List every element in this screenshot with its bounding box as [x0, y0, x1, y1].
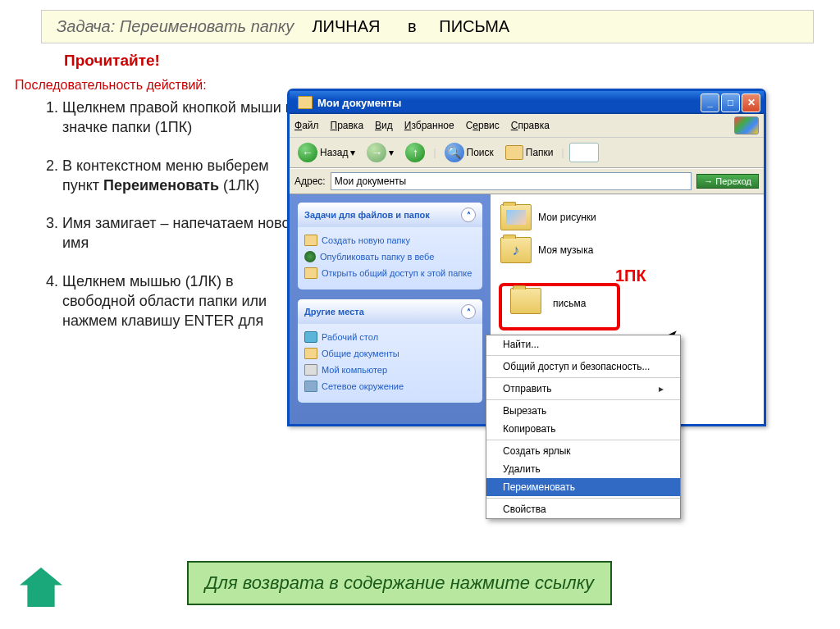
step-4: Щелкнем мышью (1ЛК) в свободной области …: [62, 271, 304, 331]
task-publish[interactable]: Опубликовать папку в вебе: [304, 248, 476, 265]
folder-selected[interactable]: [510, 288, 541, 314]
folder-my-music[interactable]: Моя музыка: [500, 237, 754, 263]
minimize-button[interactable]: _: [701, 93, 719, 112]
task-banner: Задача: Переименовать папку ЛИЧНАЯ в ПИС…: [41, 10, 814, 43]
folders-button[interactable]: Папки: [502, 144, 557, 162]
context-menu: Найти... Общий доступ и безопасность... …: [486, 335, 681, 519]
folder-selected-name[interactable]: письма: [553, 298, 586, 309]
ctx-find[interactable]: Найти...: [486, 335, 680, 353]
views-button[interactable]: [569, 143, 599, 162]
tasks-pane: Задачи для файлов и папок˄ Создать новую…: [290, 194, 491, 424]
up-button[interactable]: ↑: [402, 141, 428, 164]
step-1: Щелкнем правой кнопкой мыши на значке па…: [62, 98, 304, 138]
menu-file[interactable]: Файл: [294, 120, 319, 131]
menubar: Файл Правка Вид Избранное Сервис Справка: [290, 114, 764, 138]
folder-icon: [500, 237, 532, 263]
step-2: В контекстном меню выберем пункт Переиме…: [62, 156, 304, 196]
ctx-properties[interactable]: Свойства: [486, 500, 680, 518]
maximize-button[interactable]: □: [721, 93, 740, 112]
collapse-icon[interactable]: ˄: [461, 207, 476, 222]
go-button[interactable]: → Переход: [696, 174, 759, 189]
annotation-1pk: 1ПК: [615, 267, 646, 285]
task-new-folder[interactable]: Создать новую папку: [304, 232, 476, 248]
place-desktop[interactable]: Рабочий стол: [304, 329, 476, 345]
folder-icon: [500, 204, 532, 230]
steps-list: Щелкнем правой кнопкой мыши на значке па…: [62, 98, 304, 331]
address-input[interactable]: [331, 172, 692, 190]
window-title: Мои документы: [317, 97, 401, 109]
windows-logo-icon: [734, 116, 759, 134]
menu-edit[interactable]: Правка: [331, 120, 364, 131]
back-button[interactable]: ←Назад ▾: [294, 141, 358, 164]
ctx-rename[interactable]: Переименовать: [486, 478, 680, 496]
menu-help[interactable]: Справка: [511, 120, 550, 131]
task-share[interactable]: Открыть общий доступ к этой папке: [304, 265, 476, 281]
address-bar: Адрес: → Переход: [290, 168, 764, 194]
menu-view[interactable]: Вид: [375, 120, 393, 131]
place-network[interactable]: Сетевое окружение: [304, 378, 476, 394]
read-it-label: Прочитайте!: [64, 52, 840, 70]
ctx-delete[interactable]: Удалить: [486, 460, 680, 478]
toolbar: ←Назад ▾ →▾ ↑ | 🔍Поиск Папки |: [290, 138, 764, 168]
menu-favorites[interactable]: Избранное: [404, 120, 454, 131]
collapse-icon[interactable]: ˄: [461, 304, 476, 319]
menu-tools[interactable]: Сервис: [466, 120, 500, 131]
search-button[interactable]: 🔍Поиск: [441, 141, 497, 164]
other-places-panel: Другие места˄ Рабочий стол Общие докумен…: [298, 299, 482, 403]
return-link[interactable]: Для возврата в содержание нажмите ссылку: [187, 561, 612, 605]
folder-my-pictures[interactable]: Мои рисунки: [500, 204, 754, 230]
place-my-computer[interactable]: Мой компьютер: [304, 362, 476, 378]
home-icon[interactable]: [20, 567, 62, 607]
ctx-copy[interactable]: Копировать: [486, 420, 680, 438]
folder-icon: [298, 96, 313, 109]
place-shared-docs[interactable]: Общие документы: [304, 345, 476, 362]
file-tasks-panel: Задачи для файлов и папок˄ Создать новую…: [298, 203, 482, 289]
ctx-send-to[interactable]: Отправить: [486, 380, 680, 398]
titlebar[interactable]: Мои документы _ □ ✕: [290, 91, 764, 114]
address-label: Адрес:: [294, 175, 326, 187]
ctx-sharing[interactable]: Общий доступ и безопасность...: [486, 358, 680, 376]
step-3: Имя замигает – напечатаем новое имя: [62, 213, 304, 253]
close-button[interactable]: ✕: [742, 93, 760, 112]
ctx-create-shortcut[interactable]: Создать ярлык: [486, 442, 680, 460]
ctx-cut[interactable]: Вырезать: [486, 402, 680, 420]
forward-button[interactable]: →▾: [363, 141, 397, 164]
